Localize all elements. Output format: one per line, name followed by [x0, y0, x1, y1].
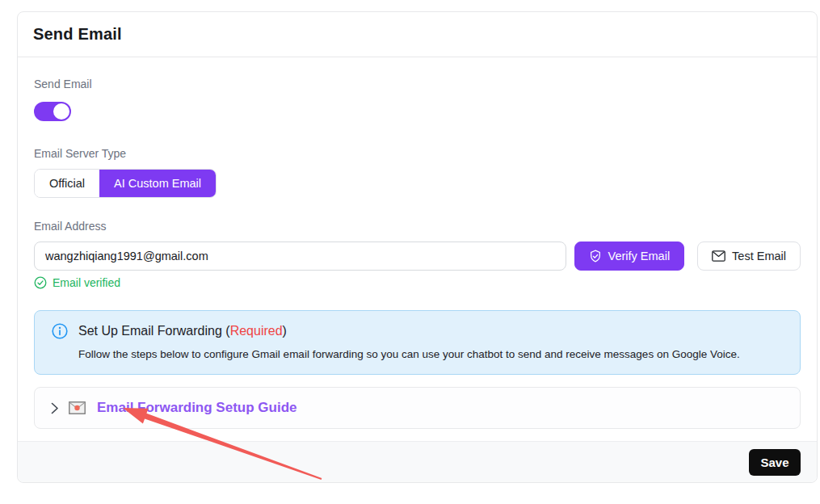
guide-title: Email Forwarding Setup Guide — [97, 400, 296, 416]
info-circle-icon — [52, 323, 68, 339]
send-email-label: Send Email — [34, 78, 801, 91]
info-title-row: Set Up Email Forwarding (Required) — [52, 323, 785, 339]
email-forwarding-info-box: Set Up Email Forwarding (Required) Follo… — [34, 310, 801, 375]
check-circle-icon — [34, 276, 47, 289]
send-email-toggle[interactable] — [34, 102, 71, 121]
send-email-card: Send Email Send Email Email Server Type … — [17, 11, 818, 483]
card-footer: Save — [18, 441, 817, 482]
server-type-segmented-control: Official AI Custom Email — [34, 169, 217, 198]
test-email-button[interactable]: Test Email — [697, 242, 801, 271]
envelope-icon — [712, 250, 725, 262]
server-type-official-button[interactable]: Official — [35, 170, 99, 197]
email-address-input[interactable] — [34, 242, 566, 271]
info-box-title: Set Up Email Forwarding (Required) — [78, 324, 287, 338]
server-type-ai-custom-email-button[interactable]: AI Custom Email — [99, 170, 216, 197]
info-box-description: Follow the steps below to configure Gmai… — [78, 348, 785, 360]
email-forwarding-guide-accordion[interactable]: Email Forwarding Setup Guide — [34, 387, 801, 429]
card-header: Send Email — [18, 12, 817, 57]
verify-email-label: Verify Email — [608, 250, 671, 262]
chevron-right-icon — [51, 402, 59, 414]
required-text: Required — [230, 324, 283, 338]
email-emoji-icon — [69, 401, 86, 414]
email-verified-label: Email verified — [53, 276, 120, 289]
verify-email-button[interactable]: Verify Email — [574, 242, 685, 271]
card-body: Send Email Email Server Type Official AI… — [18, 57, 817, 441]
server-type-label: Email Server Type — [34, 147, 801, 161]
email-verified-status: Email verified — [34, 276, 801, 289]
shield-check-icon — [589, 250, 602, 263]
test-email-label: Test Email — [732, 250, 786, 262]
page-title: Send Email — [33, 25, 801, 44]
toggle-knob-icon — [53, 103, 69, 120]
email-address-row: Verify Email Test Email — [34, 242, 801, 271]
save-button[interactable]: Save — [749, 449, 801, 476]
email-address-label: Email Address — [34, 220, 801, 233]
